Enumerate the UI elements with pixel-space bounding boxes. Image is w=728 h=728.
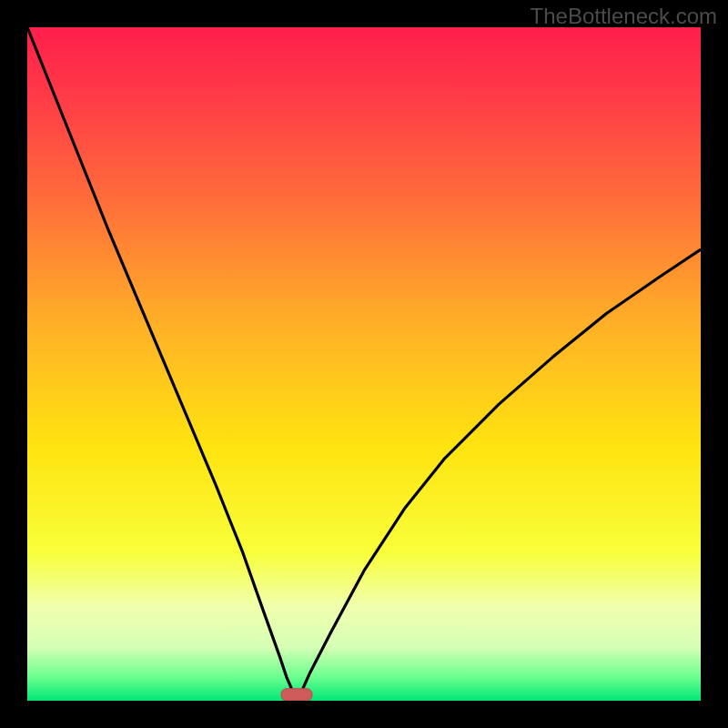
watermark-text: TheBottleneck.com [531, 4, 717, 29]
chart-background [27, 27, 701, 701]
optimum-marker [281, 689, 312, 701]
bottleneck-chart [27, 27, 701, 701]
chart-frame: TheBottleneck.com [0, 0, 728, 728]
